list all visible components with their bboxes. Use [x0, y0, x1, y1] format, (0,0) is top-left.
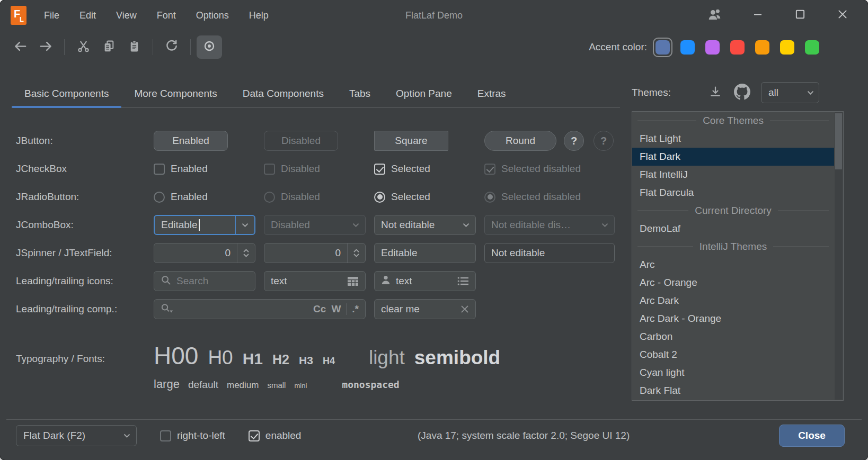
menu-options[interactable]: Options	[186, 0, 239, 31]
theme-list-scrollbar[interactable]	[835, 112, 843, 400]
theme-item-arc-orange[interactable]: Arc - Orange	[632, 274, 834, 292]
accent-color-label: Accent color:	[589, 41, 647, 53]
radio-option-selected[interactable]: Selected	[374, 191, 430, 203]
checkbox-enabled[interactable]	[154, 164, 165, 175]
menu-view[interactable]: View	[106, 0, 147, 31]
close-window-button[interactable]	[821, 0, 864, 31]
accent-swatch-blue[interactable]	[680, 40, 695, 55]
minimize-button[interactable]	[737, 0, 779, 31]
textfield-editable[interactable]: Editable	[374, 243, 476, 263]
theme-item-flat-darcula[interactable]: Flat Darcula	[632, 184, 834, 202]
clear-icon[interactable]	[460, 305, 469, 313]
theme-item-flat-intellij[interactable]: Flat IntelliJ	[632, 166, 834, 184]
list-icon[interactable]	[457, 276, 469, 286]
theme-item-demolaf[interactable]: DemoLaf	[632, 220, 834, 238]
table-icon[interactable]	[347, 276, 359, 286]
spinner-arrows-icon[interactable]	[237, 243, 255, 263]
right-to-left-checkbox[interactable]	[160, 430, 171, 441]
match-case-toggle[interactable]: Cc	[313, 303, 326, 315]
refresh-button[interactable]	[159, 35, 184, 59]
radio-option-enabled[interactable]: Enabled	[154, 191, 208, 203]
checkbox-option-enabled[interactable]: Enabled	[154, 163, 208, 175]
row-jcheckbox: JCheckBox EnabledDisabledSelectedSelecte…	[16, 159, 615, 179]
checkbox-option-selected[interactable]: Selected	[374, 163, 430, 175]
spinner-arrows-icon[interactable]	[347, 243, 365, 263]
combobox-editable[interactable]: Editable	[154, 215, 255, 235]
accent-swatch-yellow[interactable]	[780, 40, 794, 55]
theme-item-arc-dark-orange[interactable]: Arc Dark - Orange	[632, 310, 834, 328]
users-button[interactable]	[694, 0, 737, 31]
tab-extras[interactable]: Extras	[465, 79, 519, 108]
theme-item-cyan-light[interactable]: Cyan light	[632, 364, 834, 382]
typography-h2: H2	[272, 352, 289, 367]
theme-item-cobalt-2[interactable]: Cobalt 2	[632, 346, 834, 364]
search-field[interactable]: Search	[154, 271, 255, 291]
back-button[interactable]	[7, 35, 33, 59]
chevron-down-icon	[802, 91, 819, 95]
close-button[interactable]: Close	[779, 425, 845, 447]
help-button[interactable]: ?	[564, 131, 584, 151]
copy-button[interactable]	[96, 35, 121, 59]
theme-item-dark-flat[interactable]: Dark Flat	[632, 382, 834, 400]
accent-swatch-red[interactable]	[730, 40, 745, 55]
tab-tabs[interactable]: Tabs	[336, 79, 383, 108]
forward-button[interactable]	[33, 35, 58, 59]
checkbox-selected[interactable]	[374, 164, 385, 175]
tab-basic-components[interactable]: Basic Components	[12, 79, 121, 108]
cut-button[interactable]	[70, 35, 96, 59]
field-separator	[346, 303, 347, 315]
tab-option-pane[interactable]: Option Pane	[383, 79, 465, 108]
theme-item-flat-dark[interactable]: Flat Dark	[632, 148, 834, 166]
close-icon	[837, 8, 848, 22]
chevron-down-icon[interactable]	[456, 215, 475, 234]
chevron-down-icon[interactable]	[235, 216, 254, 234]
scrollbar-thumb[interactable]	[835, 113, 842, 169]
github-icon[interactable]	[734, 84, 750, 102]
radio-enabled[interactable]	[154, 192, 165, 203]
themes-filter-combobox[interactable]: all	[761, 82, 819, 103]
text-field-table[interactable]: text	[264, 271, 366, 291]
theme-item-arc[interactable]: Arc	[632, 256, 834, 274]
lookandfeel-combobox[interactable]: Flat Dark (F2)	[16, 425, 137, 446]
search-dropdown-icon[interactable]	[161, 303, 174, 316]
show-button[interactable]	[197, 35, 222, 59]
radio-selected[interactable]	[374, 192, 385, 203]
tab-data-components[interactable]: Data Components	[230, 79, 336, 108]
menu-edit[interactable]: Edit	[69, 0, 106, 31]
enabled-option[interactable]: enabled	[249, 430, 302, 441]
paste-button[interactable]	[121, 35, 147, 59]
jbutton-label: JButton:	[16, 135, 145, 147]
round-button[interactable]: Round	[484, 131, 556, 151]
combobox-not-editable-disabled: Not editable dis…	[484, 215, 615, 235]
theme-item-flat-light[interactable]: Flat Light	[632, 130, 834, 148]
theme-item-arc-dark[interactable]: Arc Dark	[632, 292, 834, 310]
text-field-person-list[interactable]: text	[374, 271, 476, 291]
accent-swatch-purple[interactable]	[705, 40, 720, 55]
theme-item-carbon[interactable]: Carbon	[632, 328, 834, 346]
right-to-left-option[interactable]: right-to-left	[160, 430, 225, 441]
accent-swatch-default-blue[interactable]	[656, 40, 670, 55]
row-jbutton: JButton: Enabled Disabled Square Round ?…	[16, 131, 615, 151]
theme-group-current-directory: Current Directory	[632, 202, 834, 220]
spinner-2[interactable]: 0	[264, 243, 366, 263]
search-options-field[interactable]: Cc W .*	[154, 299, 366, 319]
download-icon[interactable]	[708, 85, 722, 100]
menu-file[interactable]: File	[34, 0, 69, 31]
tab-more-components[interactable]: More Components	[121, 79, 229, 108]
clearable-field[interactable]: clear me	[374, 299, 476, 319]
maximize-button[interactable]	[779, 0, 821, 31]
toolbar-buttons	[7, 35, 222, 59]
spinner-1[interactable]: 0	[154, 243, 255, 263]
radio-option-selected-disabled: Selected disabled	[484, 191, 581, 203]
minimize-icon	[752, 9, 763, 22]
combobox-not-editable[interactable]: Not editable	[374, 215, 476, 235]
accent-swatch-orange[interactable]	[755, 40, 769, 55]
accent-swatch-green[interactable]	[805, 40, 819, 55]
regex-toggle[interactable]: .*	[352, 303, 359, 315]
enabled-checkbox[interactable]	[249, 430, 260, 441]
enabled-button[interactable]: Enabled	[154, 131, 228, 151]
menu-help[interactable]: Help	[239, 0, 279, 31]
square-button[interactable]: Square	[374, 131, 448, 151]
whole-word-toggle[interactable]: W	[331, 303, 341, 315]
menu-font[interactable]: Font	[147, 0, 186, 31]
